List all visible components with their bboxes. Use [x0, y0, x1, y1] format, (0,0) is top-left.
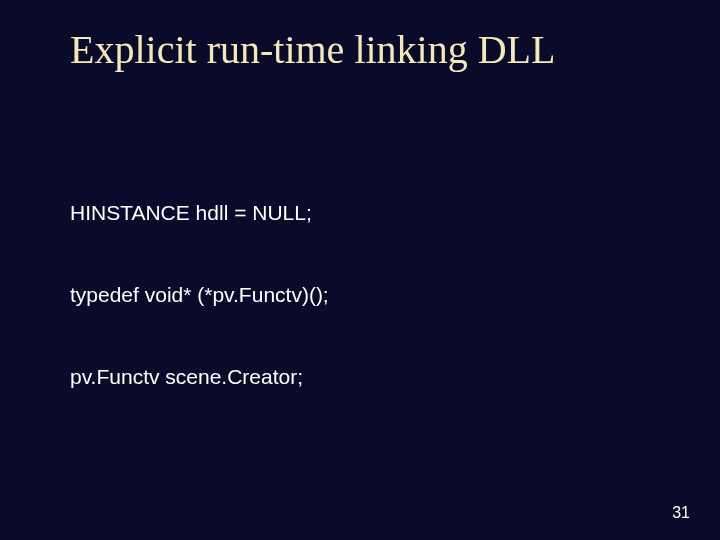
code-line: pv.Functv scene.Creator;: [70, 363, 670, 390]
code-block-1: HINSTANCE hdll = NULL; typedef void* (*p…: [70, 145, 670, 445]
slide: Explicit run-time linking DLL HINSTANCE …: [0, 0, 720, 540]
code-content: HINSTANCE hdll = NULL; typedef void* (*p…: [70, 90, 670, 540]
code-line: typedef void* (*pv.Functv)();: [70, 281, 670, 308]
slide-title: Explicit run-time linking DLL: [70, 28, 670, 72]
code-line: HINSTANCE hdll = NULL;: [70, 199, 670, 226]
page-number: 31: [672, 504, 690, 522]
